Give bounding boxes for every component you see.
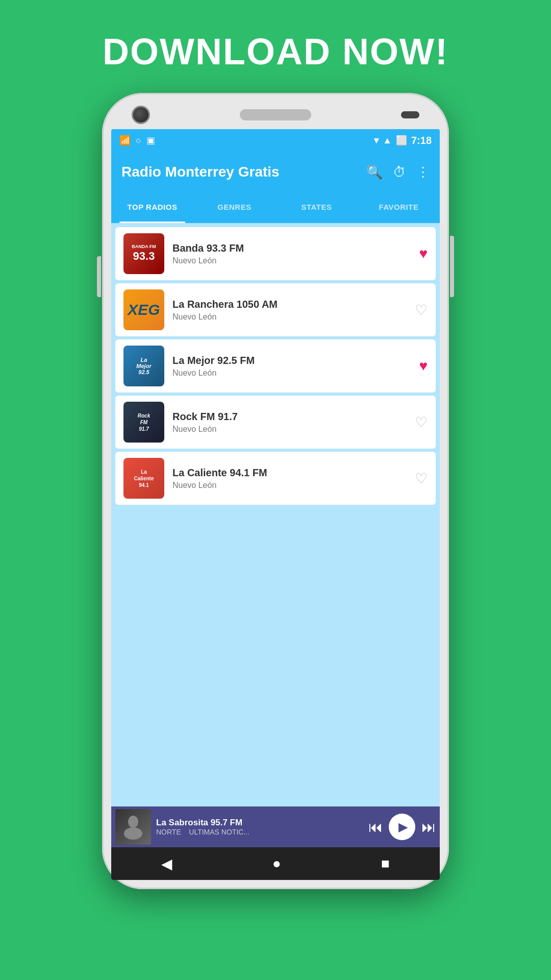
now-playing-info: La Sabrosita 95.7 FM NORTE ULTIMAS NOTIC… bbox=[151, 818, 368, 836]
next-button[interactable]: ⏭ bbox=[421, 819, 436, 836]
favorite-button[interactable]: ♡ bbox=[415, 414, 428, 431]
radio-info: Banda 93.3 FM Nuevo León bbox=[164, 242, 419, 265]
download-headline: DOWNLOAD NOW! bbox=[103, 31, 448, 72]
phone-top-area bbox=[111, 93, 440, 129]
radio-location: Nuevo León bbox=[172, 312, 407, 322]
app-bar-icons: 🔍 ⏱ ⋮ bbox=[366, 164, 430, 180]
play-button[interactable]: ▶ bbox=[389, 814, 415, 840]
radio-location: Nuevo León bbox=[172, 369, 411, 378]
radio-item[interactable]: LaCaliente94.1 La Caliente 94.1 FM Nuevo… bbox=[115, 452, 436, 505]
timer-button[interactable]: ⏱ bbox=[393, 164, 406, 180]
circle-icon: ○ bbox=[136, 135, 141, 146]
radio-location: Nuevo León bbox=[172, 481, 407, 490]
signal-icon: ▲ bbox=[383, 135, 392, 146]
now-playing-title: La Sabrosita 95.7 FM bbox=[156, 818, 363, 828]
radio-name: La Ranchera 1050 AM bbox=[172, 299, 407, 310]
search-button[interactable]: 🔍 bbox=[366, 164, 383, 180]
radio-info: Rock FM 91.7 Nuevo León bbox=[164, 411, 415, 434]
nav-bar: ◀ ● ■ bbox=[111, 847, 440, 880]
radio-name: Rock FM 91.7 bbox=[172, 411, 407, 423]
now-playing-bar: La Sabrosita 95.7 FM NORTE ULTIMAS NOTIC… bbox=[111, 806, 440, 847]
now-playing-artwork bbox=[115, 809, 151, 845]
favorite-button[interactable]: ♥ bbox=[419, 246, 428, 262]
play-icon: ▶ bbox=[398, 820, 408, 834]
app-bar: Radio Monterrey Gratis 🔍 ⏱ ⋮ bbox=[111, 152, 440, 192]
radio-item[interactable]: RockFM91.7 Rock FM 91.7 Nuevo León ♡ bbox=[115, 396, 436, 449]
favorite-button[interactable]: ♥ bbox=[419, 358, 428, 374]
radio-location: Nuevo León bbox=[172, 256, 411, 265]
home-nav-button[interactable]: ● bbox=[272, 855, 281, 872]
radio-name: Banda 93.3 FM bbox=[172, 242, 411, 254]
wifi-icon: ▾ bbox=[374, 135, 379, 146]
player-controls: ⏮ ▶ ⏭ bbox=[368, 814, 436, 840]
more-options-button[interactable]: ⋮ bbox=[416, 164, 430, 180]
now-playing-subtitle: NORTE ULTIMAS NOTIC... bbox=[156, 828, 363, 836]
radio-signal-icon: 📶 bbox=[119, 135, 131, 146]
phone-screen: 📶 ○ ▣ ▾ ▲ ⬜ 7:18 Radio Monterrey Gratis … bbox=[111, 129, 440, 880]
phone-shell: 📶 ○ ▣ ▾ ▲ ⬜ 7:18 Radio Monterrey Gratis … bbox=[102, 93, 449, 889]
tab-bar: TOP RADIOS GENRES STATES FAVORITE bbox=[111, 192, 440, 223]
battery-icon: ⬜ bbox=[396, 135, 407, 146]
radio-logo-rock: RockFM91.7 bbox=[123, 402, 164, 443]
earpiece-speaker bbox=[240, 109, 311, 120]
radio-location: Nuevo León bbox=[172, 425, 407, 434]
back-nav-button[interactable]: ◀ bbox=[161, 855, 172, 872]
recents-nav-button[interactable]: ■ bbox=[381, 855, 390, 872]
favorite-button[interactable]: ♡ bbox=[415, 470, 428, 487]
radio-info: La Mejor 92.5 FM Nuevo León bbox=[164, 355, 419, 378]
radio-item[interactable]: XEG La Ranchera 1050 AM Nuevo León ♡ bbox=[115, 283, 436, 336]
favorite-button[interactable]: ♡ bbox=[415, 302, 428, 318]
tab-top-radios[interactable]: TOP RADIOS bbox=[111, 192, 193, 223]
front-sensor bbox=[401, 111, 419, 118]
sim-icon: ▣ bbox=[146, 135, 155, 146]
tab-states[interactable]: STATES bbox=[276, 192, 358, 223]
tab-favorite[interactable]: FAVORITE bbox=[358, 192, 440, 223]
svg-point-0 bbox=[128, 816, 138, 828]
app-title: Radio Monterrey Gratis bbox=[121, 164, 366, 180]
status-right: ▾ ▲ ⬜ 7:18 bbox=[374, 135, 432, 146]
front-camera bbox=[132, 106, 150, 124]
radio-item[interactable]: BANDA FM 93.3 Banda 93.3 FM Nuevo León ♥ bbox=[115, 227, 436, 280]
radio-name: La Caliente 94.1 FM bbox=[172, 467, 407, 479]
radio-name: La Mejor 92.5 FM bbox=[172, 355, 411, 366]
svg-point-1 bbox=[124, 827, 142, 840]
radio-list: BANDA FM 93.3 Banda 93.3 FM Nuevo León ♥… bbox=[111, 223, 440, 806]
radio-logo-banda: BANDA FM 93.3 bbox=[123, 233, 164, 274]
radio-logo-caliente: LaCaliente94.1 bbox=[123, 458, 164, 499]
radio-logo-xeg: XEG bbox=[123, 289, 164, 330]
tab-genres[interactable]: GENRES bbox=[193, 192, 276, 223]
status-left: 📶 ○ ▣ bbox=[119, 135, 155, 146]
radio-logo-mejor: LaMejor92.5 bbox=[123, 346, 164, 386]
radio-item[interactable]: LaMejor92.5 La Mejor 92.5 FM Nuevo León … bbox=[115, 339, 436, 393]
radio-info: La Ranchera 1050 AM Nuevo León bbox=[164, 299, 415, 322]
prev-button[interactable]: ⏮ bbox=[368, 819, 383, 836]
status-time: 7:18 bbox=[411, 135, 432, 146]
radio-info: La Caliente 94.1 FM Nuevo León bbox=[164, 467, 415, 490]
status-bar: 📶 ○ ▣ ▾ ▲ ⬜ 7:18 bbox=[111, 129, 440, 152]
